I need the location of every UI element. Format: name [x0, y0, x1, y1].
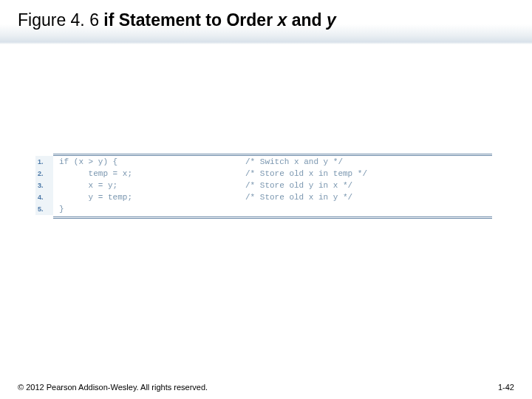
- code-text: }: [53, 203, 245, 215]
- code-line: 5. }: [35, 203, 492, 215]
- code-text: x = y;: [53, 180, 245, 191]
- line-number: 1.: [35, 156, 53, 168]
- code-text: temp = x;: [53, 168, 245, 180]
- line-number: 3.: [35, 180, 53, 191]
- code-comment: /* Store old x in y */: [245, 191, 352, 203]
- line-number: 4.: [35, 191, 53, 203]
- figure-caption-and: and: [287, 10, 327, 30]
- footer: © 2012 Pearson Addison-Wesley. All right…: [18, 383, 514, 392]
- line-number: 5.: [35, 203, 53, 215]
- code-comment: /* Store old y in x */: [245, 180, 352, 191]
- code-comment: /* Switch x and y */: [245, 156, 343, 168]
- figure-title: Figure 4. 6 if Statement to Order x and …: [18, 10, 336, 30]
- code-rows: 1. if (x > y) { /* Switch x and y */ 2. …: [35, 156, 492, 215]
- code-line: 2. temp = x; /* Store old x in temp */: [35, 168, 492, 180]
- code-listing: 1. if (x > y) { /* Switch x and y */ 2. …: [35, 154, 492, 219]
- code-line: 4. y = temp; /* Store old x in y */: [35, 191, 492, 203]
- code-text: if (x > y) {: [53, 156, 245, 168]
- var-x: x: [278, 10, 287, 30]
- var-y: y: [327, 10, 336, 30]
- rule-bottom: [53, 216, 492, 219]
- figure-caption-lead: if Statement to Order: [103, 10, 277, 30]
- code-text: y = temp;: [53, 191, 245, 203]
- page-number: 1-42: [498, 383, 514, 392]
- code-line: 3. x = y; /* Store old y in x */: [35, 180, 492, 191]
- figure-number: Figure 4. 6: [18, 10, 103, 30]
- line-number: 2.: [35, 168, 53, 180]
- code-comment: /* Store old x in temp */: [245, 168, 367, 180]
- copyright-text: © 2012 Pearson Addison-Wesley. All right…: [18, 383, 208, 392]
- code-line: 1. if (x > y) { /* Switch x and y */: [35, 156, 492, 168]
